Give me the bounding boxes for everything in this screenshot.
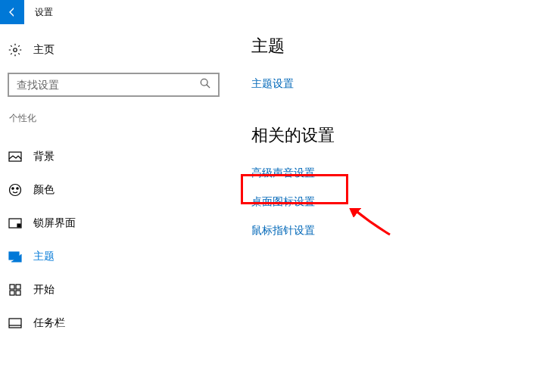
back-button[interactable]	[0, 0, 24, 24]
svg-rect-13	[16, 291, 20, 295]
section-title-themes: 主题	[251, 35, 533, 58]
sidebar-item-lockscreen[interactable]: 锁屏界面	[8, 207, 227, 240]
nav-label: 背景	[33, 150, 55, 163]
taskbar-icon	[8, 318, 23, 328]
nav-label: 开始	[33, 283, 55, 297]
svg-point-5	[12, 188, 14, 189]
header: 设置	[0, 0, 533, 24]
search-field[interactable]	[17, 79, 200, 91]
window-title: 设置	[35, 6, 53, 19]
start-icon	[8, 284, 23, 296]
svg-rect-11	[16, 285, 20, 289]
svg-point-6	[17, 188, 18, 189]
home-label: 主页	[33, 43, 55, 57]
theme-icon	[8, 251, 23, 263]
svg-rect-10	[10, 285, 14, 289]
gear-icon	[8, 43, 23, 57]
svg-rect-12	[10, 291, 14, 295]
link-mouse-pointer[interactable]: 鼠标指针设置	[251, 224, 533, 238]
arrow-left-icon	[6, 6, 18, 18]
svg-point-4	[10, 185, 21, 196]
svg-point-0	[14, 48, 17, 52]
search-icon	[200, 78, 210, 92]
nav-label: 锁屏界面	[33, 216, 76, 230]
nav-label: 颜色	[33, 183, 55, 197]
sidebar-item-themes[interactable]: 主题	[8, 240, 227, 273]
svg-rect-8	[17, 224, 20, 227]
home-button[interactable]: 主页	[8, 35, 227, 65]
search-input[interactable]	[8, 73, 220, 97]
sidebar-item-colors[interactable]: 颜色	[8, 173, 227, 207]
sidebar-item-background[interactable]: 背景	[8, 140, 227, 173]
category-label: 个性化	[8, 112, 227, 125]
link-theme-settings[interactable]: 主题设置	[251, 77, 533, 91]
sidebar: 主页 个性化 背景 颜色 锁屏界面	[0, 35, 227, 340]
link-advanced-sound[interactable]: 高级声音设置	[251, 166, 533, 180]
sidebar-item-taskbar[interactable]: 任务栏	[8, 306, 227, 340]
section-title-related: 相关的设置	[251, 124, 533, 147]
svg-rect-14	[9, 319, 21, 328]
picture-icon	[8, 151, 23, 162]
link-desktop-icons[interactable]: 桌面图标设置	[251, 195, 533, 209]
main-content: 主题 主题设置 相关的设置 高级声音设置 桌面图标设置 鼠标指针设置	[227, 35, 533, 340]
palette-icon	[8, 183, 23, 197]
nav-label: 主题	[33, 250, 55, 263]
nav-label: 任务栏	[33, 316, 65, 330]
svg-line-2	[207, 85, 210, 88]
sidebar-item-start[interactable]: 开始	[8, 273, 227, 306]
lockscreen-icon	[8, 218, 23, 229]
